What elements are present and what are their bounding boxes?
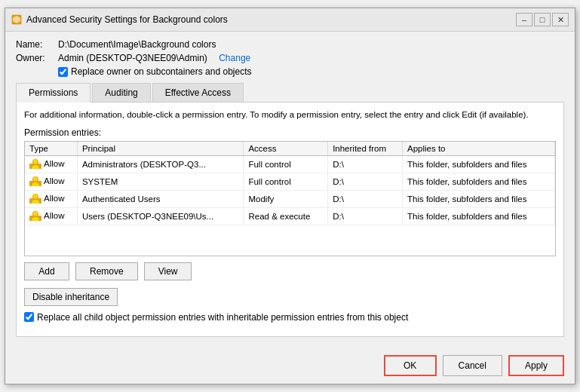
name-row: Name: D:\Document\Image\Background color…: [16, 39, 564, 50]
title-bar: Advanced Security Settings for Backgroun…: [5, 8, 575, 32]
change-link[interactable]: Change: [219, 53, 250, 63]
tab-auditing[interactable]: Auditing: [92, 83, 150, 103]
replace-permissions-checkbox[interactable]: [24, 312, 34, 322]
maximize-button[interactable]: □: [534, 13, 551, 26]
col-inherited: Inherited from: [328, 142, 403, 156]
cell-type: Allow: [25, 190, 77, 207]
cell-principal: Users (DESKTOP-Q3NEE09\Us...: [77, 207, 244, 225]
permissions-table-container: Type Principal Access Inherited from App…: [24, 141, 556, 256]
ok-button[interactable]: OK: [384, 355, 437, 376]
add-button[interactable]: Add: [24, 262, 69, 280]
minimize-button[interactable]: –: [516, 13, 532, 26]
cell-access: Modify: [244, 190, 328, 207]
action-buttons: Add Remove View: [24, 262, 556, 280]
content-area: Name: D:\Document\Image\Background color…: [5, 32, 575, 350]
table-row[interactable]: Allow Users (DESKTOP-Q3NEE09\Us... Read …: [25, 207, 555, 225]
cell-type: Allow: [25, 155, 77, 173]
cell-access: Full control: [244, 155, 328, 173]
owner-row: Owner: Admin (DESKTOP-Q3NEE09\Admin) Cha…: [16, 53, 564, 63]
replace-permissions-label: Replace all child object permission entr…: [37, 312, 408, 323]
cell-inherited: D:\: [328, 155, 403, 173]
owner-label: Owner:: [16, 53, 54, 63]
title-controls: – □ ✕: [516, 13, 569, 26]
cell-principal: SYSTEM: [77, 173, 244, 190]
tabs-container: Permissions Auditing Effective Access: [16, 83, 564, 103]
cell-access: Full control: [244, 173, 328, 190]
remove-button[interactable]: Remove: [75, 262, 138, 280]
title-bar-left: Advanced Security Settings for Backgroun…: [11, 14, 228, 25]
cell-applies: This folder, subfolders and files: [402, 207, 554, 225]
svg-point-16: [33, 211, 38, 216]
cell-type: Allow: [25, 173, 77, 190]
name-value: D:\Document\Image\Background colors: [58, 39, 216, 50]
table-row[interactable]: Allow Authenticated Users Modify D:\ Thi…: [25, 190, 555, 207]
cell-access: Read & execute: [244, 207, 328, 225]
replace-owner-checkbox[interactable]: [58, 67, 68, 77]
cancel-button[interactable]: Cancel: [443, 355, 502, 376]
tab-effective-access[interactable]: Effective Access: [152, 83, 244, 103]
name-label: Name:: [16, 39, 54, 50]
svg-point-12: [33, 194, 38, 198]
table-row[interactable]: Allow Administrators (DESKTOP-Q3... Full…: [25, 155, 555, 173]
replace-owner-row: Replace owner on subcontainers and objec…: [58, 66, 564, 77]
view-button[interactable]: View: [144, 262, 192, 280]
tab-permissions[interactable]: Permissions: [16, 83, 91, 103]
permissions-info-text: For additional information, double-click…: [24, 109, 556, 121]
col-access: Access: [244, 142, 328, 156]
table-empty-area: [25, 225, 555, 256]
window-icon: [11, 14, 22, 25]
close-button[interactable]: ✕: [552, 13, 569, 26]
table-header-row: Type Principal Access Inherited from App…: [25, 142, 555, 156]
user-icon: [29, 193, 41, 204]
table-row[interactable]: Allow SYSTEM Full control D:\ This folde…: [25, 173, 555, 190]
cell-type: Allow: [25, 207, 77, 225]
window-title: Advanced Security Settings for Backgroun…: [26, 14, 228, 25]
cell-inherited: D:\: [328, 173, 403, 190]
user-icon: [29, 210, 41, 221]
col-applies: Applies to: [402, 142, 554, 156]
cell-inherited: D:\: [328, 190, 403, 207]
tab-content-permissions: For additional information, double-click…: [16, 103, 564, 336]
user-icon: [29, 158, 41, 169]
replace-checkbox-row: Replace all child object permission entr…: [24, 312, 556, 323]
permissions-table: Type Principal Access Inherited from App…: [25, 142, 555, 225]
replace-owner-label: Replace owner on subcontainers and objec…: [71, 66, 251, 77]
cell-inherited: D:\: [328, 207, 403, 225]
main-window: Advanced Security Settings for Backgroun…: [5, 8, 575, 384]
cell-applies: This folder, subfolders and files: [402, 155, 554, 173]
svg-point-4: [33, 159, 38, 164]
user-icon: [29, 176, 41, 186]
col-principal: Principal: [77, 142, 244, 156]
cell-principal: Authenticated Users: [77, 190, 244, 207]
cell-principal: Administrators (DESKTOP-Q3...: [77, 155, 244, 173]
owner-value: Admin (DESKTOP-Q3NEE09\Admin): [58, 53, 207, 63]
svg-point-8: [33, 176, 38, 181]
cell-applies: This folder, subfolders and files: [402, 173, 554, 190]
cell-applies: This folder, subfolders and files: [402, 190, 554, 207]
apply-button[interactable]: Apply: [508, 355, 564, 376]
footer-buttons: OK Cancel Apply: [5, 351, 575, 384]
disable-inheritance-button[interactable]: Disable inheritance: [24, 288, 118, 306]
permission-entries-label: Permission entries:: [24, 127, 556, 138]
col-type: Type: [25, 142, 77, 156]
